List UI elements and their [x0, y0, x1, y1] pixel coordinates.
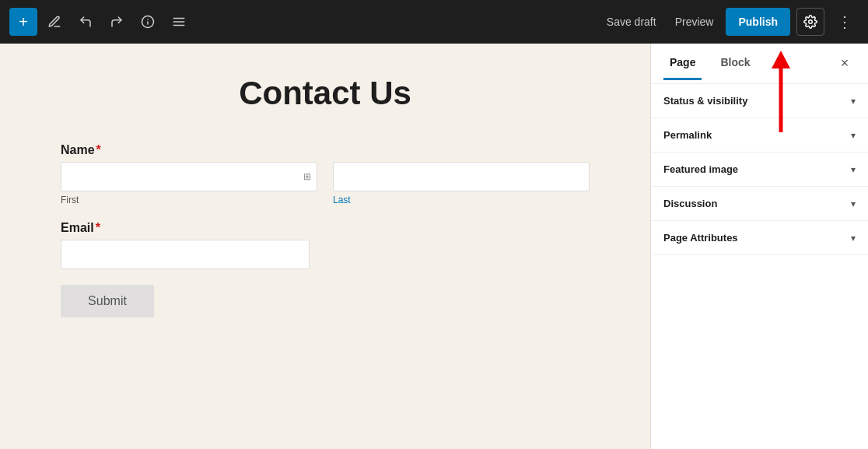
name-required-star: *: [96, 143, 101, 156]
last-name-input[interactable]: [333, 162, 590, 191]
page-attributes-label: Page Attributes: [663, 232, 738, 244]
input-icon: ⊞: [303, 171, 311, 182]
sidebar-section-status[interactable]: Status & visibility ▾: [651, 84, 868, 118]
first-input-wrap: ⊞: [61, 162, 317, 191]
status-chevron-icon: ▾: [851, 96, 856, 107]
list-view-button[interactable]: [165, 8, 193, 36]
last-name-field: Last: [333, 162, 590, 205]
preview-button[interactable]: Preview: [669, 8, 720, 36]
pen-icon-button[interactable]: [40, 8, 68, 36]
email-group: Email*: [61, 221, 590, 269]
name-group: Name* ⊞ First Last: [61, 143, 590, 205]
main-wrapper: Contact Us Name* ⊞ First: [0, 44, 868, 449]
save-draft-button[interactable]: Save draft: [600, 8, 663, 36]
toolbar-left: +: [9, 8, 193, 36]
add-block-button[interactable]: +: [9, 8, 37, 36]
sidebar-section-permalink[interactable]: Permalink ▾: [651, 118, 868, 153]
discussion-chevron-icon: ▾: [851, 198, 856, 209]
status-visibility-label: Status & visibility: [663, 95, 747, 107]
permalink-label: Permalink: [663, 129, 712, 141]
sidebar-section-featured-image[interactable]: Featured image ▾: [651, 153, 868, 187]
editor-area: Contact Us Name* ⊞ First: [0, 44, 650, 449]
sidebar-section-discussion[interactable]: Discussion ▾: [651, 187, 868, 221]
first-name-field: ⊞ First: [61, 162, 317, 205]
svg-point-6: [809, 20, 813, 24]
first-name-input[interactable]: [61, 162, 317, 191]
redo-button[interactable]: [103, 8, 131, 36]
tab-block[interactable]: Block: [714, 47, 756, 80]
featured-image-label: Featured image: [663, 163, 738, 175]
sidebar: Page Block × Status & visibility ▾ Perma…: [650, 44, 868, 449]
sidebar-body: Status & visibility ▾ Permalink ▾ Featur…: [651, 84, 868, 449]
publish-button[interactable]: Publish: [726, 8, 790, 36]
featured-image-chevron-icon: ▾: [851, 164, 856, 175]
email-input[interactable]: [61, 240, 310, 269]
more-options-button[interactable]: ⋮: [831, 8, 859, 36]
submit-button[interactable]: Submit: [61, 285, 154, 317]
submit-group: Submit: [61, 285, 590, 317]
first-sublabel: First: [61, 195, 317, 205]
settings-button[interactable]: [796, 8, 824, 36]
name-label: Name*: [61, 143, 590, 157]
last-sublabel: Last: [333, 195, 590, 205]
email-required-star: *: [96, 221, 100, 234]
contact-form: Name* ⊞ First Last: [61, 143, 590, 317]
sidebar-close-button[interactable]: ×: [834, 53, 856, 75]
editor-content: Contact Us Name* ⊞ First: [61, 75, 590, 317]
permalink-chevron-icon: ▾: [851, 130, 856, 141]
sidebar-section-page-attributes[interactable]: Page Attributes ▾: [651, 221, 868, 255]
page-attributes-chevron-icon: ▾: [851, 233, 856, 244]
toolbar: + Save draft Preview Publish ⋮: [0, 0, 868, 44]
email-label: Email*: [61, 221, 590, 235]
sidebar-header: Page Block ×: [651, 44, 868, 84]
toolbar-right: Save draft Preview Publish ⋮: [600, 8, 859, 36]
info-button[interactable]: [134, 8, 162, 36]
page-title: Contact Us: [61, 75, 590, 112]
tab-page[interactable]: Page: [663, 47, 702, 80]
name-row: ⊞ First Last: [61, 162, 590, 205]
discussion-label: Discussion: [663, 198, 717, 209]
undo-button[interactable]: [72, 8, 100, 36]
